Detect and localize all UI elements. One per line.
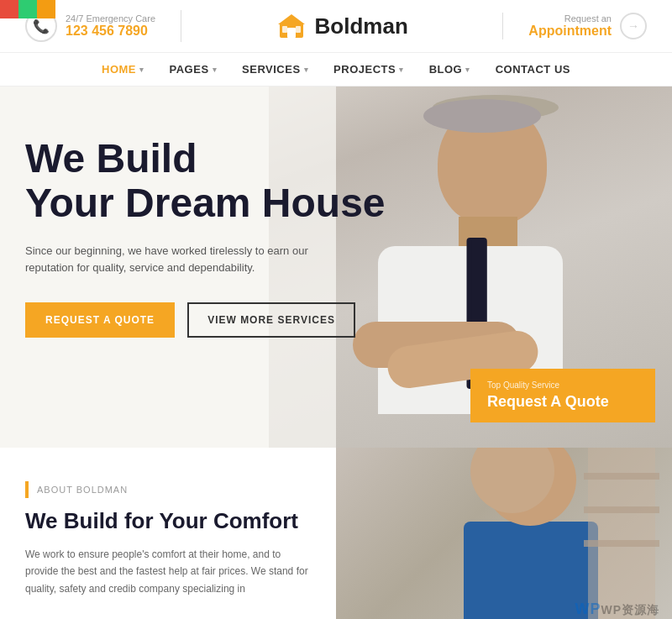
about-title: We Build for Your Comfort (25, 508, 311, 534)
appointment-arrow[interactable]: → (620, 13, 647, 39)
about-image: WPWP资源海 (336, 448, 672, 619)
main-nav: HOME ▾ PAGES ▾ SERVICES ▾ PROJECTS ▾ BLO… (0, 53, 672, 87)
appointment-link[interactable]: Appointment (528, 24, 612, 39)
watermark: WPWP资源海 (575, 601, 659, 618)
quote-card[interactable]: Top Quality Service Request A Quote (470, 369, 655, 422)
nav-item-services[interactable]: SERVICES ▾ (242, 63, 308, 76)
emergency-info: 24/7 Emergency Care 123 456 7890 (66, 13, 155, 39)
nav-item-home[interactable]: HOME ▾ (102, 63, 144, 76)
nav-blog-chevron: ▾ (465, 66, 470, 74)
hero-title-line1: We Build (25, 136, 197, 181)
hero-content: We Build Your Dream House Since our begi… (25, 137, 386, 338)
about-label-bar (25, 481, 29, 498)
svg-rect-3 (282, 26, 287, 33)
about-label-text: ABOUT BOLDMAN (37, 485, 128, 495)
nav-blog-label: BLOG (429, 63, 463, 76)
nav-contact-label: CONTACT US (496, 63, 570, 76)
nav-projects-label: PROJECTS (333, 63, 396, 76)
arrow-icon: → (627, 19, 639, 33)
hero-title: We Build Your Dream House (25, 137, 386, 226)
nav-pages-label: PAGES (170, 63, 209, 76)
request-quote-button[interactable]: REQUEST A QUOTE (25, 302, 175, 338)
svg-rect-2 (287, 28, 296, 38)
nav-services-chevron: ▾ (304, 66, 309, 74)
hero-section: We Build Your Dream House Since our begi… (0, 87, 672, 448)
nav-pages-chevron: ▾ (213, 66, 218, 74)
appointment-info: Request an Appointment (528, 13, 612, 39)
about-section: ABOUT BOLDMAN We Build for Your Comfort … (0, 448, 672, 619)
svg-rect-4 (296, 26, 301, 33)
nav-services-label: SERVICES (242, 63, 301, 76)
nav-item-contact[interactable]: CONTACT US (496, 63, 570, 76)
hero-title-line2: Your Dream House (25, 181, 386, 225)
nav-item-projects[interactable]: PROJECTS ▾ (333, 63, 404, 76)
corner-square-green (18, 0, 37, 18)
top-bar: 📞 24/7 Emergency Care 123 456 7890 Boldm… (0, 0, 672, 53)
corner-square-orange (37, 0, 55, 18)
emergency-label: 24/7 Emergency Care (66, 13, 155, 24)
quote-card-label: Top Quality Service (487, 380, 638, 390)
svg-marker-1 (278, 14, 305, 24)
nav-home-label: HOME (102, 63, 136, 76)
emergency-phone[interactable]: 123 456 7890 (66, 24, 155, 39)
nav-projects-chevron: ▾ (399, 66, 404, 74)
hero-buttons: REQUEST A QUOTE VIEW MORE SERVICES (25, 302, 386, 338)
phone-icon: 📞 (33, 18, 50, 34)
nav-item-pages[interactable]: PAGES ▾ (170, 63, 218, 76)
logo-section[interactable]: Boldman (276, 11, 408, 41)
appointment-section: Request an Appointment → (502, 13, 647, 39)
hero-description: Since our beginning, we have worked tire… (25, 243, 344, 278)
logo-icon (276, 11, 307, 41)
about-right: WPWP资源海 (336, 448, 672, 619)
about-label-wrap: ABOUT BOLDMAN (25, 481, 311, 498)
about-left: ABOUT BOLDMAN We Build for Your Comfort … (0, 448, 336, 619)
appointment-label: Request an (528, 13, 612, 24)
logo-text[interactable]: Boldman (315, 13, 408, 39)
quote-card-title: Request A Quote (487, 393, 638, 411)
view-services-button[interactable]: VIEW MORE SERVICES (187, 302, 355, 338)
nav-home-chevron: ▾ (139, 66, 144, 74)
nav-item-blog[interactable]: BLOG ▾ (429, 63, 470, 76)
corner-square-red (0, 0, 18, 18)
about-description: We work to ensure people's comfort at th… (25, 546, 311, 597)
